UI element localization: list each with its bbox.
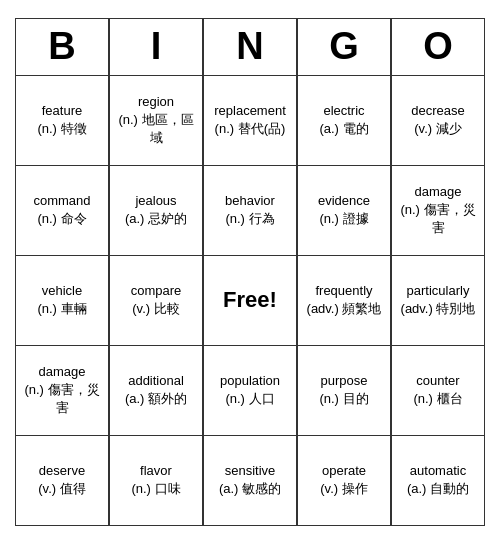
bingo-cell-3: electric(a.) 電的 <box>297 76 391 166</box>
bingo-cell-19: counter(n.) 櫃台 <box>391 346 485 436</box>
bingo-card: BINGO feature(n.) 特徵region(n.) 地區，區域repl… <box>5 8 495 536</box>
bingo-grid: feature(n.) 特徵region(n.) 地區，區域replacemen… <box>15 76 485 526</box>
header-letter-g: G <box>297 18 391 76</box>
bingo-cell-15: damage(n.) 傷害，災害 <box>15 346 109 436</box>
header-letter-n: N <box>203 18 297 76</box>
bingo-cell-0: feature(n.) 特徵 <box>15 76 109 166</box>
bingo-cell-5: command(n.) 命令 <box>15 166 109 256</box>
bingo-cell-7: behavior(n.) 行為 <box>203 166 297 256</box>
bingo-cell-6: jealous(a.) 忌妒的 <box>109 166 203 256</box>
bingo-cell-13: frequently(adv.) 頻繁地 <box>297 256 391 346</box>
header-letter-b: B <box>15 18 109 76</box>
bingo-cell-2: replacement(n.) 替代(品) <box>203 76 297 166</box>
bingo-cell-21: flavor(n.) 口味 <box>109 436 203 526</box>
header-letter-o: O <box>391 18 485 76</box>
bingo-cell-10: vehicle(n.) 車輛 <box>15 256 109 346</box>
bingo-cell-8: evidence(n.) 證據 <box>297 166 391 256</box>
bingo-cell-23: operate(v.) 操作 <box>297 436 391 526</box>
bingo-cell-4: decrease(v.) 減少 <box>391 76 485 166</box>
header-letter-i: I <box>109 18 203 76</box>
bingo-header: BINGO <box>15 18 485 76</box>
bingo-cell-22: sensitive(a.) 敏感的 <box>203 436 297 526</box>
bingo-cell-20: deserve(v.) 值得 <box>15 436 109 526</box>
bingo-cell-9: damage(n.) 傷害，災害 <box>391 166 485 256</box>
bingo-cell-24: automatic(a.) 自動的 <box>391 436 485 526</box>
bingo-cell-14: particularly(adv.) 特別地 <box>391 256 485 346</box>
bingo-cell-1: region(n.) 地區，區域 <box>109 76 203 166</box>
bingo-cell-18: purpose(n.) 目的 <box>297 346 391 436</box>
bingo-cell-17: population(n.) 人口 <box>203 346 297 436</box>
free-cell: Free! <box>203 256 297 346</box>
bingo-cell-11: compare(v.) 比較 <box>109 256 203 346</box>
bingo-cell-16: additional(a.) 額外的 <box>109 346 203 436</box>
